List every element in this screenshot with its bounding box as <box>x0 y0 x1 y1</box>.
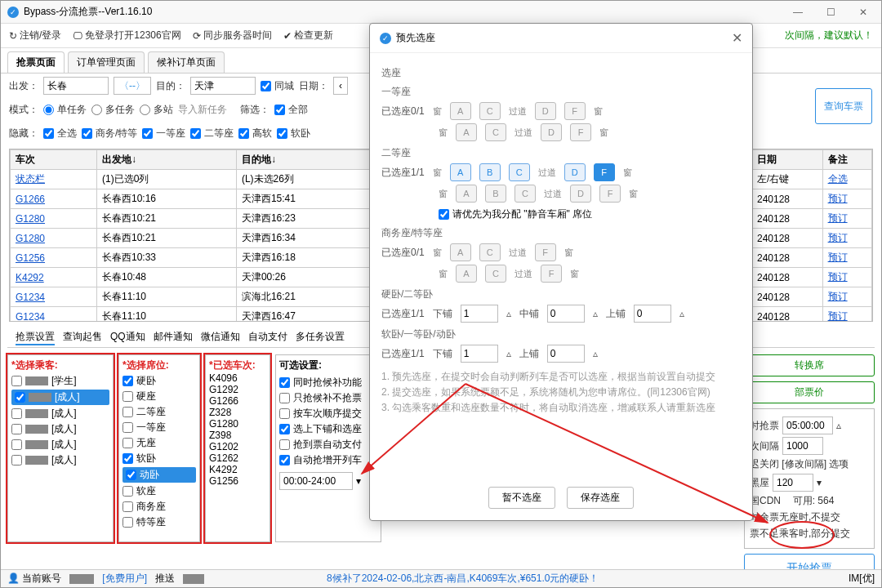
minimize-button[interactable]: — <box>786 7 809 18</box>
passenger-item[interactable]: [成人] <box>11 407 109 421</box>
hide-softadv[interactable]: 高软 <box>238 127 272 140</box>
seat-1a[interactable]: A <box>450 102 471 120</box>
option-item[interactable]: 自动抢增开列车 <box>279 453 377 467</box>
swap-button[interactable]: 〈--〉 <box>114 77 151 95</box>
train-item[interactable]: G1256 <box>209 475 266 487</box>
import-task-link[interactable]: 导入新任务 <box>178 103 227 117</box>
option-item[interactable]: 按车次顺序提交 <box>279 407 377 421</box>
train-item[interactable]: K4292 <box>209 464 266 475</box>
table-row[interactable]: 240128预订 <box>752 248 872 268</box>
hard-lower-input[interactable] <box>461 305 498 323</box>
dest-input[interactable] <box>190 77 256 95</box>
seat-item[interactable]: 特等座 <box>122 515 196 529</box>
seat-item[interactable]: 软卧 <box>122 452 196 466</box>
tab-grab[interactable]: 抢票页面 <box>7 51 65 73</box>
swap-seat-link[interactable]: 转换席 <box>744 354 875 376</box>
same-city-check[interactable]: 同城 <box>261 79 294 93</box>
option-item[interactable]: 选上下铺和选座 <box>279 422 377 436</box>
option-item[interactable]: 抢到票自动支付 <box>279 438 377 452</box>
table-row[interactable]: 240128预订 <box>752 209 872 229</box>
stab-autopay[interactable]: 自动支付 <box>248 330 287 345</box>
tab-waitlist[interactable]: 候补订单页面 <box>148 51 225 73</box>
save-seat-button[interactable]: 保存选座 <box>567 487 634 509</box>
train-item[interactable]: K4096 <box>209 372 266 384</box>
stab-mail[interactable]: 邮件通知 <box>154 330 193 345</box>
tab-orders[interactable]: 订单管理页面 <box>68 51 145 73</box>
seat-item[interactable]: 一等座 <box>122 421 196 434</box>
hide-second[interactable]: 二等座 <box>190 127 234 140</box>
train-item[interactable]: G1202 <box>209 441 266 452</box>
train-item[interactable]: Z398 <box>209 430 266 441</box>
soft-upper-input[interactable] <box>547 345 585 363</box>
stab-presale[interactable]: 查询起售 <box>63 330 102 345</box>
close-button[interactable]: ✕ <box>852 7 875 18</box>
passenger-item[interactable]: [成人] <box>11 438 109 452</box>
train-table-right[interactable]: 日期备注左/右键全选240128预订240128预订240128预订240128… <box>751 149 873 322</box>
hide-first[interactable]: 一等座 <box>142 127 185 140</box>
passenger-item[interactable]: [成人] <box>11 453 109 467</box>
mode-single[interactable]: 单任务 <box>43 103 87 117</box>
seat-2f[interactable]: F <box>594 163 615 181</box>
skip-seat-button[interactable]: 暂不选座 <box>488 487 555 509</box>
hard-upper-input[interactable] <box>634 305 671 323</box>
seat-item[interactable]: 二等座 <box>122 405 196 419</box>
sync-time-link[interactable]: ⟳ 同步服务器时间 <box>193 29 272 42</box>
stab-wechat[interactable]: 微信通知 <box>201 330 240 345</box>
time-dropdown-icon[interactable]: ▾ <box>356 475 361 487</box>
logout-link[interactable]: ↻ 注销/登录 <box>9 29 61 42</box>
seat-2b[interactable]: B <box>479 163 501 181</box>
option-item[interactable]: 只抢候补不抢票 <box>279 391 377 405</box>
hide-all[interactable]: 全选 <box>43 127 77 140</box>
seat-item[interactable]: 商务座 <box>122 500 196 514</box>
seat-item[interactable]: 无座 <box>122 436 196 450</box>
interval-input[interactable] <box>782 437 823 455</box>
filter-all[interactable]: 全部 <box>274 103 308 117</box>
stab-qq[interactable]: QQ通知 <box>110 330 145 345</box>
table-row[interactable]: 240128预订 <box>752 229 872 248</box>
start-grab-button[interactable]: 开始抢票 <box>744 554 875 569</box>
passenger-item[interactable]: [成人] <box>11 390 109 405</box>
soft-lower-input[interactable] <box>461 345 498 363</box>
mode-multi[interactable]: 多任务 <box>91 103 135 117</box>
seat-2a[interactable]: A <box>450 163 471 181</box>
seat-item[interactable]: 软座 <box>122 484 196 498</box>
train-item[interactable]: G1266 <box>209 395 266 407</box>
query-button[interactable]: 查询车票 <box>815 88 872 124</box>
seat-1d[interactable]: D <box>535 102 556 120</box>
table-row[interactable]: 240128预订 <box>752 307 872 323</box>
open-12306-link[interactable]: 🖵 免登录打开12306官网 <box>73 29 180 42</box>
hard-mid-input[interactable] <box>547 305 585 323</box>
passenger-item[interactable]: [学生] <box>11 374 109 388</box>
train-item[interactable]: Z328 <box>209 407 266 418</box>
stab-multitask[interactable]: 多任务设置 <box>296 330 345 345</box>
seat-2c[interactable]: C <box>509 163 530 181</box>
modal-close-icon[interactable]: ✕ <box>732 30 742 46</box>
depart-input[interactable] <box>43 77 109 95</box>
time-range-input[interactable] <box>279 472 353 490</box>
hide-softsleep[interactable]: 软卧 <box>277 127 310 140</box>
option-item[interactable]: 同时抢候补功能 <box>279 376 377 390</box>
table-row[interactable]: 240128预订 <box>752 268 872 287</box>
train-item[interactable]: G1292 <box>209 384 266 395</box>
table-row[interactable]: 240128预订 <box>752 287 872 307</box>
time-stepper-icon[interactable]: ▵ <box>836 420 841 431</box>
seat-item[interactable]: 硬座 <box>122 390 196 403</box>
seat-item[interactable]: 动卧 <box>122 467 196 483</box>
stab-grab[interactable]: 抢票设置 <box>16 330 55 345</box>
seat-1c[interactable]: C <box>479 102 501 120</box>
table-row[interactable]: 240128预订 <box>752 189 872 209</box>
train-item[interactable]: G1280 <box>209 418 266 430</box>
maximize-button[interactable]: ☐ <box>819 7 842 18</box>
blackroom-input[interactable] <box>773 474 813 492</box>
train-item[interactable]: G1262 <box>209 452 266 464</box>
seat-1f[interactable]: F <box>564 102 586 120</box>
timed-input[interactable] <box>782 416 833 434</box>
check-update-link[interactable]: ✔ 检查更新 <box>283 29 333 42</box>
date-prev[interactable]: ‹ <box>333 77 348 95</box>
quiet-carriage-check[interactable]: 请优先为我分配 "静音车厢" 席位 <box>439 207 741 221</box>
hide-business[interactable]: 商务/特等 <box>82 127 137 140</box>
mode-multistation[interactable]: 多站 <box>140 103 173 117</box>
all-price-link[interactable]: 部票价 <box>744 381 875 403</box>
passenger-item[interactable]: [成人] <box>11 422 109 436</box>
seat-2d[interactable]: D <box>564 163 586 181</box>
